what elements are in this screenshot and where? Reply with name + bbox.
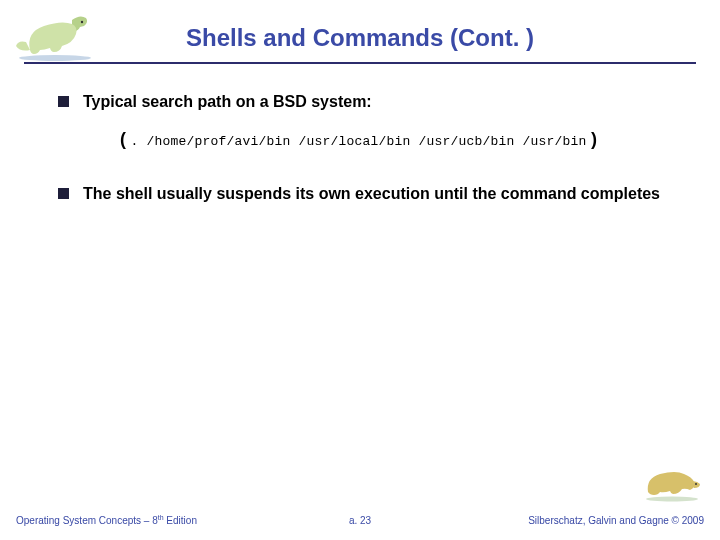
- svg-point-3: [695, 483, 697, 485]
- title-divider: [24, 62, 696, 64]
- svg-point-1: [81, 21, 83, 23]
- slide-body: Typical search path on a BSD system: ( .…: [58, 92, 680, 221]
- bullet-item: The shell usually suspends its own execu…: [58, 184, 680, 205]
- square-bullet-icon: [58, 188, 69, 199]
- bullet-text: Typical search path on a BSD system:: [83, 92, 372, 113]
- slide-title: Shells and Commands (Cont. ): [0, 24, 720, 52]
- svg-point-2: [646, 497, 698, 502]
- dinosaur-icon: [640, 462, 704, 502]
- open-paren: (: [120, 129, 126, 149]
- svg-point-0: [19, 55, 91, 61]
- footer-right: Silberschatz, Galvin and Gagne © 2009: [528, 515, 704, 526]
- search-path-line: ( . /home/prof/avi/bin /usr/local/bin /u…: [120, 129, 680, 150]
- close-paren: ): [591, 129, 597, 149]
- bullet-item: Typical search path on a BSD system:: [58, 92, 680, 113]
- square-bullet-icon: [58, 96, 69, 107]
- bullet-text: The shell usually suspends its own execu…: [83, 184, 660, 205]
- search-path-text: . /home/prof/avi/bin /usr/local/bin /usr…: [130, 134, 586, 149]
